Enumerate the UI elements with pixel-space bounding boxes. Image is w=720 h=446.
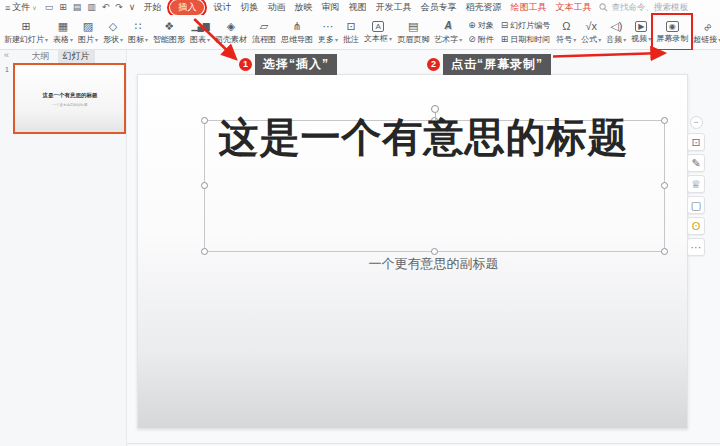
slide-panel-header: « 大纲 幻灯片 — [0, 50, 126, 63]
attachment-button[interactable]: ⊘附件 — [468, 34, 494, 45]
panel-collapse-button[interactable]: − — [690, 116, 703, 129]
docer-material-button[interactable]: ◈稻壳素材 — [213, 16, 249, 48]
picture-button[interactable]: ▨图片▾ — [76, 16, 100, 48]
menu-tab-animation[interactable]: 动画 — [267, 1, 285, 14]
more-tools-button[interactable]: ⋯ — [687, 238, 705, 256]
print-icon[interactable]: ▤ — [73, 1, 82, 14]
hamburger-menu-icon: ≡ — [5, 3, 10, 13]
menu-tab-design[interactable]: 设计 — [213, 1, 231, 14]
file-menu-label: 文件 — [12, 1, 30, 14]
resize-handle[interactable] — [431, 248, 438, 255]
table-button[interactable]: ▦表格▾ — [51, 16, 75, 48]
caret-down-icon: ▾ — [45, 37, 48, 43]
audio-button[interactable]: ◁)音频▾ — [604, 16, 628, 48]
caret-down-icon: ▾ — [145, 37, 148, 43]
ribbon-item-label: 页眉页脚 — [397, 34, 429, 45]
new-slide-button[interactable]: ⊞新建幻灯片▾ — [2, 16, 50, 48]
ribbon-item-label: 艺术字▾ — [434, 34, 462, 45]
menu-tab-start[interactable]: 开始 — [143, 1, 161, 14]
annotate-pen-button[interactable]: ✎ — [687, 154, 705, 172]
smart-graphics-button[interactable]: ❖智能图形 — [151, 16, 187, 48]
step-2-badge: 2 — [427, 58, 440, 71]
resize-handle[interactable] — [661, 248, 668, 255]
command-search[interactable]: 查找命令、搜索模板 — [599, 2, 688, 14]
menu-tab-drawing-tools[interactable]: 绘图工具 — [510, 1, 546, 14]
chevron-down-icon: ∨ — [32, 4, 36, 11]
ribbon-item-label: 公式▾ — [581, 34, 601, 45]
ribbon-item-label: 流程图 — [252, 34, 276, 45]
textbox-icon: A — [372, 21, 383, 32]
more-commands-icon[interactable]: ∨ — [129, 1, 136, 14]
menu-tab-view[interactable]: 视图 — [348, 1, 366, 14]
file-menu[interactable]: ≡ 文件 ∨ — [5, 1, 37, 14]
resize-handle[interactable] — [661, 182, 668, 189]
slide-panel: « 大纲 幻灯片 1 这是一个有意思的标题 一个更有意思的副标题 — [0, 50, 127, 446]
floating-toolbar: −⊡✎♕▢ʘ⋯ — [687, 116, 705, 256]
header-footer-icon: ▤ — [408, 20, 418, 33]
object-button[interactable]: ⊕对象 — [468, 20, 494, 31]
mindmap-button[interactable]: ⋔思维导图 — [279, 16, 315, 48]
sidebar-tab-slides[interactable]: 幻灯片 — [58, 49, 95, 64]
resize-handle[interactable] — [201, 182, 208, 189]
textbox-button[interactable]: A文本框▾ — [362, 16, 394, 48]
ribbon-item-label: 符号▾ — [556, 34, 576, 45]
caret-down-icon: ▾ — [598, 37, 601, 43]
chart-button[interactable]: ▁▄▆图表▾ — [188, 16, 212, 48]
notes-splitter[interactable] — [127, 443, 720, 444]
ribbon-item-label: 附件 — [478, 34, 494, 45]
comment-button[interactable]: ⊡批注 — [341, 16, 361, 48]
resize-handle[interactable] — [201, 248, 208, 255]
docer-material-icon: ◈ — [227, 20, 235, 33]
slide-title-text[interactable]: 这是一个有意思的标题 — [127, 110, 720, 165]
ribbon-item-label: 形状▾ — [103, 34, 123, 45]
shape-button[interactable]: ◇形状▾ — [101, 16, 125, 48]
slide-number-button[interactable]: ⊟幻灯片编号 — [501, 20, 551, 31]
screen-record-button[interactable]: ◉屏幕录制 — [654, 16, 690, 48]
caret-down-icon: ▾ — [648, 36, 651, 42]
slide-thumbnail[interactable]: 这是一个有意思的标题 一个更有意思的副标题 — [13, 63, 126, 134]
caret-down-icon: ▾ — [70, 37, 73, 43]
ribbon-item-label: 更多▾ — [318, 34, 338, 45]
menu-tab-docer[interactable]: 稻壳资源 — [465, 1, 501, 14]
datetime-button[interactable]: ⊞日期和时间 — [501, 34, 551, 45]
wordart-button[interactable]: A艺术字▾ — [432, 16, 464, 48]
menu-tab-review[interactable]: 审阅 — [321, 1, 339, 14]
ribbon-item-label: 屏幕录制 — [656, 33, 688, 44]
menu-tab-transition[interactable]: 切换 — [240, 1, 258, 14]
slideshow-play-button[interactable]: ⊡ — [687, 133, 705, 151]
menu-tab-member[interactable]: 会员专享 — [420, 1, 456, 14]
icon-library-button[interactable]: ∷图标▾ — [126, 16, 150, 48]
ribbon-item-label: 稻壳素材 — [215, 34, 247, 45]
sidebar-tab-outline[interactable]: 大纲 — [32, 50, 50, 63]
shape-insert-button[interactable]: ▢ — [687, 196, 705, 214]
hyperlink-button[interactable]: ∞超链接▾ — [691, 16, 720, 48]
search-placeholder: 查找命令、搜索模板 — [611, 2, 688, 14]
flowchart-button[interactable]: ▱流程图 — [250, 16, 278, 48]
menu-tab-insert[interactable]: 插入 — [170, 0, 204, 15]
header-footer-button[interactable]: ▤页眉页脚 — [395, 16, 431, 48]
menu-tab-devtools[interactable]: 开发工具 — [375, 1, 411, 14]
beautify-crown-button[interactable]: ♕ — [687, 175, 705, 193]
ribbon-item-label: 新建幻灯片▾ — [4, 34, 48, 45]
wps-presentation-window: ≡ 文件 ∨ ▭⊞▤▥↶↷∨ 开始插入设计切换动画放映审阅视图开发工具会员专享稻… — [0, 0, 720, 446]
step-1-badge: 1 — [239, 58, 252, 71]
print-preview-icon[interactable]: ▥ — [87, 1, 96, 14]
video-button[interactable]: ▶视频▾ — [629, 16, 653, 48]
smart-graphics-icon: ❖ — [164, 20, 174, 33]
more-insert-button[interactable]: ⋯更多▾ — [316, 16, 340, 48]
export-icon[interactable]: ⊞ — [59, 1, 67, 14]
collapse-panel-icon[interactable]: « — [4, 50, 9, 60]
slide-subtitle-text[interactable]: 一个更有意思的副标题 — [204, 255, 663, 273]
menu-tab-slideshow[interactable]: 放映 — [294, 1, 312, 14]
redo-icon[interactable]: ↷ — [115, 1, 123, 14]
undo-icon[interactable]: ↶ — [102, 1, 110, 14]
formula-button[interactable]: √x公式▾ — [579, 16, 603, 48]
search-icon — [599, 3, 608, 12]
inspiration-bulb-button[interactable]: ʘ — [687, 217, 705, 235]
menu-tab-text-tools[interactable]: 文本工具 — [555, 1, 591, 14]
comment-icon: ⊡ — [347, 20, 356, 33]
link-icon: ∞ — [700, 19, 715, 34]
save-icon[interactable]: ▭ — [45, 1, 54, 14]
slide-number-label: 1 — [5, 66, 9, 73]
symbol-button[interactable]: Ω符号▾ — [554, 16, 578, 48]
